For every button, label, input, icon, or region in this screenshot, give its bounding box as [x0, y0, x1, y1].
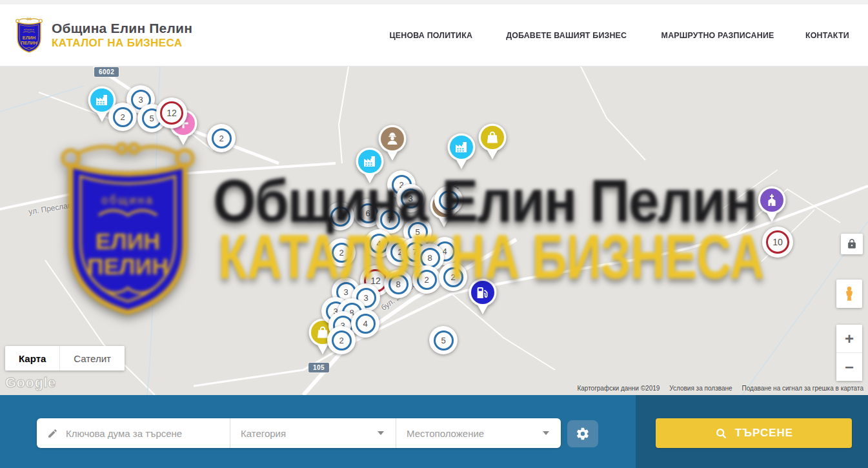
keyword-input[interactable]	[66, 428, 222, 439]
cluster-marker[interactable]: 2	[108, 103, 137, 131]
search-bar: Категория Местоположение ТЪРСЕНЕ	[0, 395, 868, 468]
pin-marker-worker[interactable]	[378, 125, 407, 161]
chevron-down-icon	[378, 431, 384, 435]
logo-title: Община Елин Пелин	[52, 21, 192, 36]
cluster-marker[interactable]: 12	[156, 97, 187, 128]
gear-icon	[576, 427, 590, 441]
search-button-label: ТЪРСЕНЕ	[735, 427, 793, 440]
pencil-icon	[47, 427, 58, 440]
cluster-marker[interactable]: 4	[351, 309, 379, 338]
zoom-out-button[interactable]: −	[836, 353, 862, 381]
map-type-control: Карта Сателит	[5, 346, 125, 371]
nav-item[interactable]: КОНТАКТИ	[805, 30, 849, 40]
location-select[interactable]: Местоположение	[396, 418, 561, 448]
main-nav: ЦЕНОВА ПОЛИТИКАДОБАВЕТЕ ВАШИЯТ БИЗНЕСМАР…	[386, 30, 851, 40]
map-type-satellite-button[interactable]: Сателит	[59, 346, 125, 371]
cluster-marker[interactable]: 2	[327, 238, 356, 267]
cluster-marker[interactable]: 2	[439, 263, 467, 291]
pin-marker-factory[interactable]	[447, 133, 476, 170]
municipality-crest-icon	[14, 17, 44, 54]
location-select-label: Местоположение	[407, 428, 484, 439]
cluster-marker[interactable]: 5	[434, 186, 463, 214]
site-logo[interactable]: Община Елин Пелин КАТАЛОГ НА БИЗНЕСА	[14, 17, 192, 54]
logo-text: Община Елин Пелин КАТАЛОГ НА БИЗНЕСА	[52, 21, 192, 50]
marker-layer: 3251222356475427482128223338342510	[0, 66, 868, 395]
zoom-control: + −	[836, 325, 862, 381]
cluster-marker[interactable]: 10	[762, 227, 793, 258]
zoom-in-button[interactable]: +	[836, 325, 862, 353]
lock-control-button[interactable]	[841, 234, 863, 254]
street-view-pegman-button[interactable]	[836, 280, 862, 308]
nav-item[interactable]: ЦЕНОВА ПОЛИТИКА	[390, 30, 473, 40]
category-select[interactable]: Категория	[230, 418, 396, 448]
cluster-marker[interactable]: 2	[327, 326, 356, 354]
map-type-map-button[interactable]: Карта	[5, 346, 59, 371]
pin-marker-fuel[interactable]	[468, 278, 498, 315]
advanced-settings-button[interactable]	[567, 420, 598, 447]
pegman-icon	[841, 284, 858, 303]
page: Община Елин Пелин КАТАЛОГ НА БИЗНЕСА ЦЕН…	[0, 0, 868, 468]
header: Община Елин Пелин КАТАЛОГ НА БИЗНЕСА ЦЕН…	[0, 5, 868, 66]
top-strip	[0, 0, 868, 5]
map-data-copyright: Картографски данни ©2019	[577, 385, 660, 392]
search-icon	[714, 427, 728, 440]
pin-marker-church[interactable]	[757, 186, 787, 223]
search-button[interactable]: ТЪРСЕНЕ	[656, 418, 852, 448]
cluster-marker[interactable]: 2	[412, 265, 441, 294]
category-select-label: Категория	[241, 428, 286, 439]
nav-item[interactable]: МАРШРУТНО РАЗПИСАНИЕ	[661, 30, 774, 40]
pin-marker-bag[interactable]	[478, 123, 507, 160]
chevron-down-icon	[543, 431, 549, 435]
search-fields: Категория Местоположение	[37, 418, 561, 448]
lock-icon	[846, 238, 858, 250]
google-logo: Google	[5, 374, 56, 391]
cluster-marker[interactable]: 5	[429, 326, 458, 354]
map-attribution: Картографски данни ©2019Условия за ползв…	[577, 385, 863, 392]
map-canvas[interactable]: 6002105 ул. Преславбул. „Новоселция 3251…	[0, 66, 868, 395]
cluster-marker[interactable]: 4	[326, 202, 354, 230]
logo-subtitle: КАТАЛОГ НА БИЗНЕСА	[52, 37, 192, 50]
attribution-link[interactable]: Условия за ползване	[669, 385, 732, 392]
cluster-marker[interactable]: 3	[396, 184, 425, 212]
keyword-field	[37, 418, 230, 448]
attribution-link[interactable]: Подаване на сигнал за грешка в картата	[742, 385, 863, 392]
cluster-marker[interactable]: 2	[207, 124, 236, 152]
cluster-marker[interactable]: 8	[384, 270, 412, 298]
nav-item[interactable]: ДОБАВЕТЕ ВАШИЯТ БИЗНЕС	[506, 30, 627, 40]
